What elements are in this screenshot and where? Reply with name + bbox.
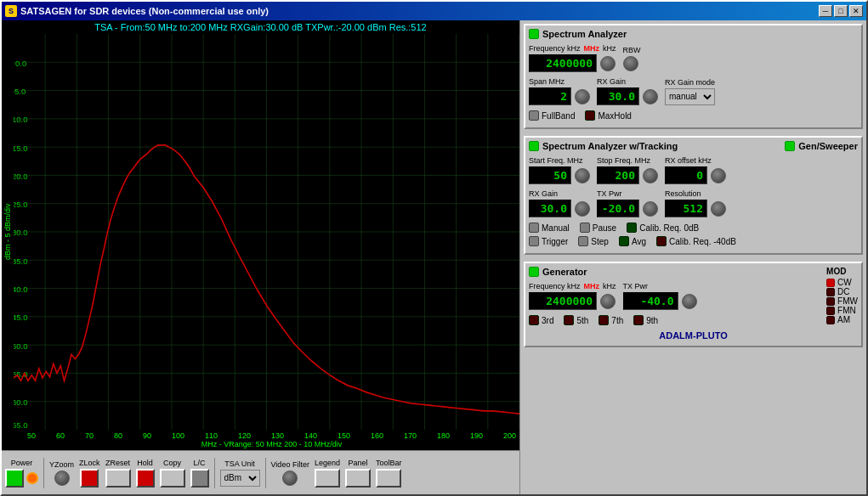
tracking-step-check[interactable]	[578, 236, 588, 246]
mod-cw-led[interactable]	[826, 279, 835, 287]
tracking-res-input[interactable]: 512	[665, 200, 707, 217]
gen-3rd-check[interactable]	[529, 315, 539, 325]
tracking-txpwr-knob[interactable]	[643, 201, 658, 217]
tracking-pause-check[interactable]	[580, 223, 590, 233]
sa-span-knob[interactable]	[575, 89, 590, 104]
panel-label: Panel	[348, 459, 367, 467]
tracking-trigger-check[interactable]	[529, 236, 539, 246]
video-filter-knob[interactable]	[282, 471, 298, 486]
tracking-manual-check[interactable]	[529, 223, 539, 233]
sa-rxgain-label: RX Gain	[597, 77, 658, 86]
tracking-stop-input[interactable]: 200	[597, 166, 639, 184]
sa-rxgain-mode-select[interactable]: manual auto	[665, 88, 715, 105]
gen-freq-knob[interactable]	[600, 294, 616, 309]
tracking-txpwr-input[interactable]: -20.0	[597, 200, 639, 217]
sa-options-row: FullBand MaxHold	[529, 110, 858, 121]
tracking-calib40-check[interactable]	[656, 236, 667, 246]
sa-maxhold-check[interactable]	[585, 110, 595, 121]
hold-group: Hold	[136, 459, 155, 488]
copy-button[interactable]	[160, 469, 185, 488]
tracking-options-row1: Manual Pause Calib. Req. 0dB	[529, 223, 858, 233]
sa-frequency-khz: kHz	[603, 44, 616, 53]
gen-freq-input[interactable]: 2400000	[529, 292, 597, 310]
tracking-offset-input[interactable]: 0	[665, 166, 707, 184]
tsa-unit-select[interactable]: dBm dBuV Watt	[220, 470, 260, 487]
zreset-button[interactable]	[105, 469, 131, 488]
tracking-title: Spectrum Analyzer w/Tracking	[542, 141, 678, 151]
gen-5th-check[interactable]	[564, 315, 574, 325]
toolbar-button[interactable]	[376, 469, 401, 488]
gen-txpwr-input[interactable]: -40.0	[623, 292, 678, 310]
tracking-avg-item: Avg	[619, 236, 646, 246]
power-label: Power	[11, 459, 33, 467]
tracking-rxgain-knob[interactable]	[575, 201, 590, 217]
sa-span-label: Span MHz	[529, 77, 590, 86]
gen-freq-group: Frequency kHz MHz kHz 2400000	[529, 282, 616, 310]
window-title: SATSAGEN for SDR devices (Non-commercial…	[20, 6, 269, 16]
yzoom-knob[interactable]	[54, 471, 70, 486]
sa-frequency-knob[interactable]	[600, 56, 616, 71]
tracking-freq-row: Start Freq. MHz 50 Stop Freq. MHz 200	[529, 156, 858, 184]
mod-am-led[interactable]	[826, 316, 835, 324]
maximize-button[interactable]: □	[834, 5, 848, 17]
tracking-step-label: Step	[591, 237, 609, 246]
chart-area: TSA - From:50 MHz to:200 MHz RXGain:30.0…	[2, 20, 519, 494]
power-group: Power	[5, 459, 38, 488]
svg-text:-10.0: -10.0	[14, 115, 28, 124]
tracking-avg-check[interactable]	[619, 236, 629, 246]
yzoom-group: YZoom	[49, 460, 74, 486]
sep3	[265, 458, 266, 488]
tracking-pause-label: Pause	[593, 223, 616, 233]
power-button[interactable]	[5, 469, 24, 488]
panel-button[interactable]	[345, 469, 371, 488]
tracking-rxgain-input[interactable]: 30.0	[529, 200, 571, 217]
tracking-start-knob[interactable]	[575, 168, 590, 183]
chart-header: TSA - From:50 MHz to:200 MHz RXGain:30.0…	[2, 20, 519, 34]
close-button[interactable]: ✕	[849, 5, 863, 17]
gen-txpwr-knob[interactable]	[682, 294, 697, 309]
sa-span-input[interactable]: 2	[529, 87, 571, 105]
x-axis-label: MHz - VRange: 50 MHz 200 - 10 MHz/div	[27, 440, 516, 448]
tracking-calib0-item: Calib. Req. 0dB	[627, 223, 699, 233]
chart-body: dBm - 5 dBm/div	[2, 34, 519, 430]
tracking-txpwr-label: TX Pwr	[597, 189, 658, 198]
svg-text:-15.0: -15.0	[14, 143, 28, 152]
legend-group: Legend	[315, 459, 340, 488]
svg-text:-5.0: -5.0	[14, 87, 26, 96]
gen-7th-check[interactable]	[599, 315, 609, 325]
mod-fmn-led[interactable]	[826, 307, 835, 315]
mod-dc-led[interactable]	[826, 288, 835, 296]
generator-led	[529, 267, 539, 277]
tracking-offset-knob[interactable]	[711, 168, 726, 183]
tracking-calib0-check[interactable]	[627, 223, 637, 233]
tracking-stop-knob[interactable]	[643, 168, 658, 183]
sa-span-group: Span MHz 2	[529, 77, 590, 105]
gen-9th-item: 9th	[633, 315, 658, 325]
tracking-calib40-item: Calib. Req. -40dB	[656, 236, 736, 246]
chart-svg: 0.0 -5.0 -10.0 -15.0 -20.0 -25.0 -30.0 -…	[14, 34, 519, 430]
tracking-offset-label: RX offset kHz	[665, 156, 726, 165]
sa-frequency-input[interactable]: 2400000	[529, 54, 597, 72]
sa-frequency-label: Frequency kHz	[529, 44, 581, 53]
adalm-pluto-label: ADALM-PLUTO	[529, 329, 858, 342]
sa-rbw-label: RBW	[623, 46, 641, 54]
lc-button[interactable]	[190, 469, 209, 488]
sa-maxhold-label: MaxHold	[598, 111, 631, 121]
minimize-button[interactable]: ─	[819, 5, 832, 17]
sa-rbw-knob[interactable]	[623, 56, 638, 71]
svg-text:0.0: 0.0	[15, 59, 27, 68]
tracking-trigger-label: Trigger	[542, 237, 568, 246]
tracking-stop-group: Stop Freq. MHz 200	[597, 156, 658, 184]
sa-fullband-check[interactable]	[529, 110, 539, 121]
title-bar-buttons: ─ □ ✕	[819, 5, 863, 17]
hold-button[interactable]	[136, 469, 155, 488]
legend-button[interactable]	[315, 469, 340, 488]
gen-9th-check[interactable]	[633, 315, 644, 325]
mod-fmw-led[interactable]	[826, 297, 835, 306]
zlock-button[interactable]	[80, 469, 99, 488]
sa-rxgain-input[interactable]: 30.0	[597, 87, 639, 105]
sa-rxgain-knob[interactable]	[643, 89, 658, 104]
tracking-start-input[interactable]: 50	[529, 166, 571, 184]
mod-fmw-item: FMW	[826, 296, 858, 306]
tracking-res-knob[interactable]	[711, 201, 726, 217]
